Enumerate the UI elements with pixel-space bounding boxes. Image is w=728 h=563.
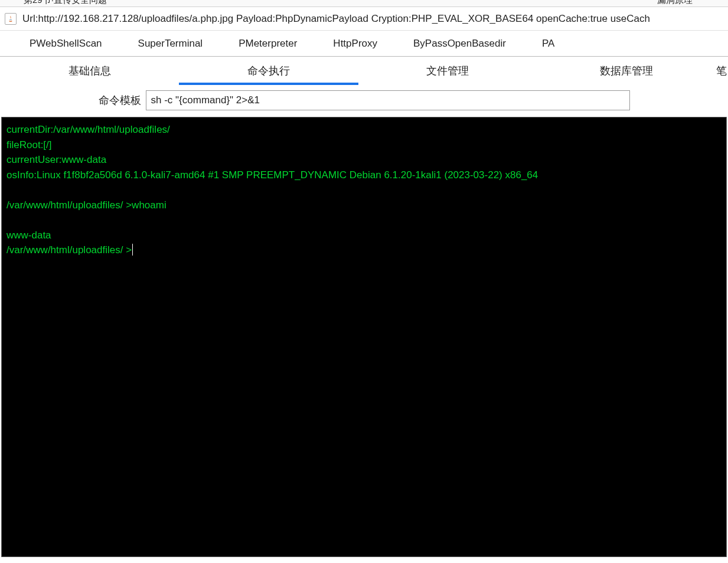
tabs-upper-row: PWebShellScan SuperTerminal PMeterpreter…: [0, 31, 728, 57]
tab-command-exec[interactable]: 命令执行: [179, 57, 358, 85]
tab-pmeterpreter[interactable]: PMeterpreter: [221, 31, 315, 56]
terminal-line: currentDir:/var/www/html/uploadfiles/: [6, 124, 170, 135]
tab-httpproxy[interactable]: HttpProxy: [315, 31, 396, 56]
tab-superterminal[interactable]: SuperTerminal: [120, 31, 221, 56]
terminal-prompt: /var/www/html/uploadfiles/ >: [6, 244, 132, 256]
tab-label: ByPassOpenBasedir: [413, 38, 506, 50]
command-template-input[interactable]: [146, 90, 630, 110]
terminal-line: currentUser:www-data: [6, 154, 106, 165]
terminal-line: osInfo:Linux f1f8bf2a506d 6.1.0-kali7-am…: [6, 169, 538, 181]
command-template-label: 命令模板: [99, 93, 141, 107]
terminal-line: /var/www/html/uploadfiles/ >whoami: [6, 199, 167, 211]
tab-label: 数据库管理: [600, 64, 653, 78]
tab-partial-cutoff2[interactable]: 笔: [716, 57, 728, 85]
terminal-output[interactable]: currentDir:/var/www/html/uploadfiles/ fi…: [1, 117, 727, 557]
tab-label: HttpProxy: [333, 38, 377, 50]
tab-label: PA: [542, 38, 554, 50]
terminal-line: www-data: [6, 230, 51, 241]
window-title: Url:http://192.168.217.128/uploadfiles/a…: [22, 13, 650, 25]
tab-label: 命令执行: [247, 64, 290, 78]
tab-label: 笔: [716, 64, 727, 78]
tab-label: 文件管理: [426, 64, 469, 78]
tab-basic-info[interactable]: 基础信息: [0, 57, 179, 85]
tab-file-manage[interactable]: 文件管理: [358, 57, 537, 85]
top-cutoff-bar: 第29节·直传安全问题 漏洞原理: [0, 0, 728, 7]
tab-pwebshellscan[interactable]: PWebShellScan: [0, 31, 120, 56]
tab-partial-cutoff[interactable]: PA: [524, 31, 555, 56]
tab-database-manage[interactable]: 数据库管理: [537, 57, 716, 85]
java-icon: [5, 13, 17, 25]
terminal-cursor: [132, 244, 133, 256]
window-titlebar: Url:http://192.168.217.128/uploadfiles/a…: [0, 7, 728, 31]
tab-bypassopenbasedir[interactable]: ByPassOpenBasedir: [396, 31, 524, 56]
terminal-line: fileRoot:[/]: [6, 139, 52, 150]
tab-label: 基础信息: [68, 64, 111, 78]
tabs-lower-row: 基础信息 命令执行 文件管理 数据库管理 笔: [0, 57, 728, 85]
tab-label: SuperTerminal: [138, 38, 203, 50]
tab-label: PMeterpreter: [239, 38, 297, 50]
command-template-row: 命令模板: [0, 85, 728, 116]
tab-label: PWebShellScan: [30, 38, 102, 50]
